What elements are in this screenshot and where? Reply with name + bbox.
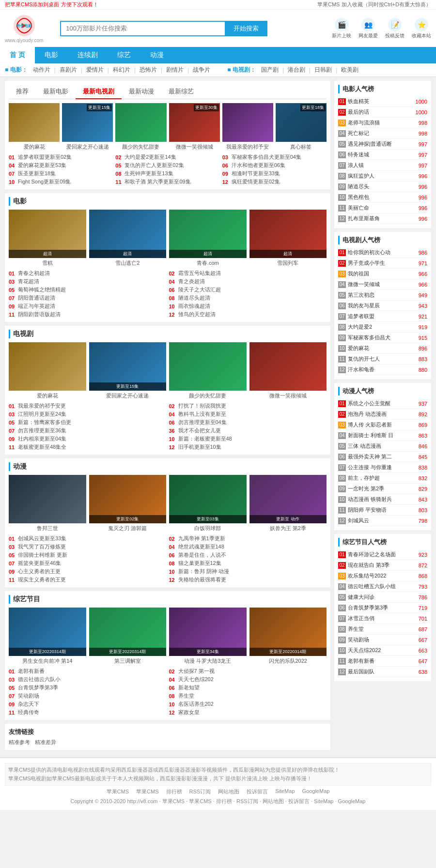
movie-rank-item-9[interactable]: 10黑色棺包 996 — [338, 192, 427, 203]
anime-item-3[interactable]: 更新至 动作 妖兽为王 第2季 — [249, 475, 327, 532]
movie-rank-item-8[interactable]: 09陋道尽头 996 — [338, 182, 427, 192]
anime-rank-item-9[interactable]: 10动态漫画 铁骑射兵 843 — [338, 494, 427, 505]
tab-newanime[interactable]: 最新动漫 — [122, 85, 161, 99]
variety-num-7[interactable]: 08养生堂 — [169, 692, 327, 700]
tv-rank-item-4[interactable]: 05第三次初恋 949 — [338, 290, 427, 301]
featured-num-0[interactable]: 01追梦者联盟更新至02集 — [9, 153, 113, 161]
featured-item-5[interactable]: 更新至18集 真心标签 — [276, 103, 327, 151]
tv-rank-item-2[interactable]: 03我的祖国 966 — [338, 269, 427, 279]
tv-num-0[interactable]: 01我最亲爱的祁予安更 — [9, 402, 167, 410]
tv-item-2[interactable]: 颜少的失忆甜妻 — [169, 342, 247, 399]
anime-num-4[interactable]: 05俳国骑士柯维新 更新 — [9, 551, 167, 559]
movie-num-6[interactable]: 07阴阳普通话超清 — [9, 294, 167, 302]
tv-rank-item-10[interactable]: 11复仇的开七人 883 — [338, 354, 427, 365]
tv-rank-item-0[interactable]: 01给你我的初次心动 986 — [338, 247, 427, 258]
footer-link-2[interactable]: 排行榜 — [166, 788, 182, 795]
variety-rank-item-9[interactable]: 10天天点综2022 663 — [338, 645, 427, 656]
anime-num-6[interactable]: 07摇篮夹更新至46集 — [9, 560, 167, 567]
anime-rank-item-10[interactable]: 11阴阳师 平安物语 803 — [338, 505, 427, 516]
featured-num-10[interactable]: 11和歌子酒 第六季更新至09集 — [115, 178, 219, 185]
featured-item-1[interactable]: 更新至15集 爱回家之开心速递 — [62, 103, 113, 151]
movie-rank-item-5[interactable]: 06特务迷城 997 — [338, 150, 427, 160]
featured-num-2[interactable]: 03军秘家客多伯昌犬更新至04集 — [222, 153, 327, 161]
anime-rank-item-4[interactable]: 05三体 动态漫画 846 — [338, 441, 427, 452]
footer-link-5[interactable]: 投诉留言 — [247, 788, 268, 795]
header-icon-newfilm[interactable]: 🎬 新片上映 — [332, 18, 351, 39]
variety-rank-item-4[interactable]: 05健康大问诊 786 — [338, 592, 427, 603]
variety-rank-item-7[interactable]: 08养生堂 687 — [338, 624, 427, 635]
variety-num-0[interactable]: 01老郭有新番 — [9, 668, 167, 675]
movie-rank-item-6[interactable]: 07浪人镇 997 — [338, 160, 427, 171]
anime-item-2[interactable]: 更新至03集 白饭羽球部 — [169, 475, 247, 532]
variety-item-0[interactable]: 更新至20220314期 男生女生向前冲 第14 — [9, 608, 86, 665]
variety-num-11[interactable]: 12家政女皇 — [169, 709, 327, 716]
anime-num-3[interactable]: 04绝世武魂更新至148 — [169, 543, 327, 550]
subnav-eu[interactable]: 欧美剧 — [341, 66, 358, 74]
subnav-romance[interactable]: 爱情片 — [86, 66, 104, 74]
movie-item-2[interactable]: 超清 青春.com — [169, 210, 247, 267]
tv-num-7[interactable]: 36我才不会把女儿更 — [169, 427, 327, 434]
featured-num-8[interactable]: 09相逢时节更新至33集 — [222, 170, 327, 177]
footer-link-7[interactable]: GoogleMap — [302, 788, 330, 795]
variety-rank-item-8[interactable]: 09笑动剧场 667 — [338, 635, 427, 645]
featured-item-0[interactable]: 爱的麻花 — [9, 103, 60, 151]
featured-num-5[interactable]: 06汗水和他者更新至06集 — [222, 162, 327, 169]
footer-link-1[interactable]: 苹果CMS — [136, 788, 158, 795]
footer-link-6[interactable]: SiteMap — [275, 788, 295, 795]
variety-num-6[interactable]: 07笑动剧场 — [9, 692, 167, 700]
movie-item-3[interactable]: 超清 雪国列车 — [249, 210, 327, 267]
subnav-hktw[interactable]: 港台剧 — [288, 66, 305, 74]
subnav-jpkr[interactable]: 日韩剧 — [314, 66, 332, 74]
subnav-war[interactable]: 战争片 — [193, 66, 210, 74]
anime-num-1[interactable]: 02九禹帝神 第1季更新 — [169, 535, 327, 542]
anime-rank-item-0[interactable]: 01系统之小公主觉醒 937 — [338, 398, 427, 409]
tv-rank-item-9[interactable]: 10爱的麻花 896 — [338, 343, 427, 354]
variety-num-8[interactable]: 09杂志天下 — [9, 700, 167, 708]
movie-item-1[interactable]: 超清 雪山逃亡2 — [89, 210, 167, 267]
movie-rank-item-0[interactable]: 01铁血精英 1000 — [338, 96, 427, 107]
tv-item-1[interactable]: 更新至15集 爱回家之开心速递 — [89, 342, 167, 399]
tv-num-10[interactable]: 11老板蜜更新至48集全 — [9, 443, 167, 451]
top-bar-promo[interactable]: 把苹果CMS添加到桌面 方便下次观看！ — [5, 1, 98, 8]
subnav-mainland[interactable]: 国产剧 — [261, 66, 279, 74]
featured-num-7[interactable]: 08生死钟声更新至13集 — [115, 170, 219, 177]
featured-item-2[interactable]: 颜少的失忆甜妻 — [115, 103, 166, 151]
variety-rank-item-0[interactable]: 01青春环游记之名场面 923 — [338, 549, 427, 560]
variety-rank-item-6[interactable]: 07冰雪正当俏 701 — [338, 613, 427, 624]
tv-rank-item-8[interactable]: 09军秘家客多伯昌犬 915 — [338, 333, 427, 343]
movie-num-11[interactable]: 12雏鸟的天空超清 — [169, 311, 327, 318]
subnav-comedy[interactable]: 喜剧片 — [60, 66, 77, 74]
nav-movie[interactable]: 电影 — [35, 47, 68, 63]
tv-num-1[interactable]: 02打扰了！别说我扰更 — [169, 402, 327, 410]
friend-link-0[interactable]: 精准参考 — [9, 739, 30, 746]
variety-num-9[interactable]: 10名医话养生202 — [169, 700, 327, 708]
variety-rank-item-3[interactable]: 04德云吐槽五六队小组 793 — [338, 581, 427, 592]
top-bar-cms[interactable]: 苹果CMS — [317, 1, 340, 7]
tv-num-6[interactable]: 07勿言推理更新至36集 — [9, 427, 167, 434]
anime-rank-item-6[interactable]: 07公主连接 与你重逢 838 — [338, 462, 427, 473]
anime-num-11[interactable]: 12失格绘的最强将看更 — [169, 576, 327, 583]
variety-rank-item-5[interactable]: 06台青筑梦季第3季 719 — [338, 603, 427, 613]
tab-newvariety[interactable]: 最新综艺 — [161, 85, 201, 99]
variety-num-1[interactable]: 02大侦探7 第一视 — [169, 668, 327, 675]
anime-num-10[interactable]: 11现实主义勇者的王更 — [9, 576, 167, 583]
footer-link-3[interactable]: RSS订阅 — [189, 788, 211, 795]
variety-num-2[interactable]: 03德云社德云六队小 — [9, 676, 167, 683]
variety-item-2[interactable]: 更新至34集 动漫 斗罗大陆3龙王 — [169, 608, 247, 665]
featured-num-4[interactable]: 05复仇的开亡人更新至02集 — [115, 162, 219, 169]
tv-num-5[interactable]: 06勿言推理更新至04集 — [169, 419, 327, 426]
tv-num-3[interactable]: 04教科书上没有更新至 — [169, 411, 327, 418]
nav-anime[interactable]: 动漫 — [140, 47, 173, 63]
tv-num-4[interactable]: 05新篇：雏鹰家客多伯更 — [9, 419, 167, 426]
featured-item-4[interactable]: 我最亲爱的祁予安 — [222, 103, 273, 151]
movie-num-4[interactable]: 05葡萄神狐之绝情精超 — [9, 286, 167, 293]
tv-num-2[interactable]: 03江照明月更新至24集 — [9, 411, 167, 418]
anime-rank-item-5[interactable]: 06最强外卖天神 第二 845 — [338, 452, 427, 462]
movie-num-10[interactable]: 11阴阳剧普语版超清 — [9, 311, 167, 318]
variety-num-10[interactable]: 11经典传奇 — [9, 709, 167, 716]
variety-rank-item-11[interactable]: 12最后国副队 638 — [338, 667, 427, 677]
featured-item-3[interactable]: 更新至30集 微微一笑很倾城 — [169, 103, 220, 151]
header-icon-bookmark[interactable]: ⭐ 收藏本站 — [412, 18, 431, 39]
search-button[interactable]: 开始搜索 — [225, 21, 267, 36]
anime-num-5[interactable]: 06第卷是住住，人说不 — [169, 551, 327, 559]
